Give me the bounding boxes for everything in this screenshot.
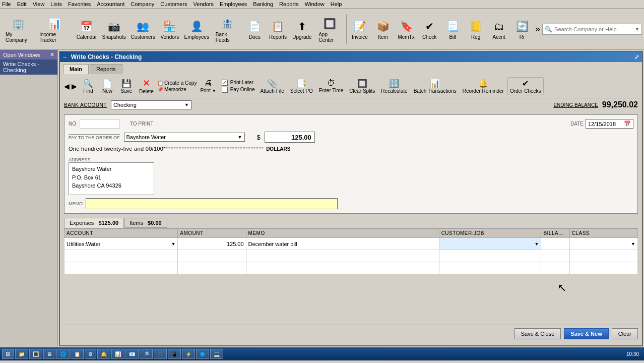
toolbar-snapshots[interactable]: 📷 Snapshots [100, 17, 128, 41]
taskbar-app11[interactable]: 🎵 [154, 349, 167, 359]
taskbar-app15[interactable]: 💻 [210, 349, 223, 359]
menu-lists[interactable]: Lists [50, 1, 62, 7]
menu-window[interactable]: Window [305, 1, 325, 7]
batch-transactions-button[interactable]: 📊 Batch Transactions [411, 77, 459, 95]
amount-cell-2[interactable] [178, 250, 246, 262]
menu-favorites[interactable]: Favorites [68, 1, 91, 7]
customer-job-cell-2[interactable] [439, 250, 541, 262]
taskbar-app12[interactable]: 📱 [168, 349, 181, 359]
amount-cell-3[interactable] [178, 262, 246, 274]
clear-splits-button[interactable]: 🔲 Clear Splits [347, 77, 377, 95]
find-button[interactable]: 🔍 Find [79, 77, 97, 95]
toolbar-bank-feeds[interactable]: 🏦 Bank Feeds [212, 14, 242, 44]
create-copy-button[interactable]: 📋 Create a Copy 📌 Memorize [157, 80, 197, 92]
sidebar-item-write-checks[interactable]: Write Checks - Checking [0, 59, 57, 75]
taskbar-app6[interactable]: ⚙ [85, 349, 96, 359]
toolbar-reports[interactable]: 📋 Reports [267, 17, 289, 41]
class-dropdown-1[interactable]: ▼ [631, 241, 635, 247]
taskbar-app7[interactable]: 🔔 [97, 349, 110, 359]
menu-view[interactable]: View [33, 1, 45, 7]
toolbar-calendar[interactable]: 📅 Calendar [74, 17, 99, 41]
attach-file-button[interactable]: 📎 Attach File [258, 77, 287, 95]
delete-button[interactable]: ✕ Delete [137, 76, 156, 96]
account-cell-1[interactable]: Utilities:Water ▼ [65, 238, 178, 250]
account-cell-2[interactable] [65, 250, 178, 262]
toolbar-mycompany[interactable]: 🏢 My Company [2, 14, 35, 44]
tab-main[interactable]: Main [63, 64, 89, 74]
menu-file[interactable]: File [2, 1, 11, 7]
taskbar-app4[interactable]: 🌐 [56, 349, 70, 359]
taskbar-start[interactable]: ⊞ [2, 349, 14, 359]
menu-help[interactable]: Help [331, 1, 342, 7]
memo-cell-1[interactable]: December water bill [246, 238, 439, 250]
taskbar-app8[interactable]: 📊 [111, 349, 124, 359]
amount-cell-1[interactable]: 125.00 [178, 238, 246, 250]
check-number-input[interactable] [80, 119, 120, 129]
toolbar-income-tracker[interactable]: 📊 Income Tracker [36, 14, 73, 44]
taskbar-app13[interactable]: ⚡ [182, 349, 195, 359]
expenses-tab[interactable]: Expenses $125.00 [64, 218, 124, 228]
prev-arrow[interactable]: ◀ [63, 81, 71, 91]
taskbar-app5[interactable]: 📋 [71, 349, 84, 359]
account-cell-3[interactable] [65, 262, 178, 274]
items-tab[interactable]: Items $0.00 [124, 218, 167, 228]
class-cell-1[interactable]: ▼ [569, 238, 637, 250]
print-later-checkbox[interactable]: ✓ [222, 80, 228, 86]
bank-account-select[interactable]: Checking ▼ [111, 100, 191, 109]
customer-job-cell-3[interactable] [439, 262, 541, 274]
billable-cell-1[interactable] [541, 238, 569, 250]
new-button[interactable]: 📄 New [98, 77, 116, 95]
bank-account-dropdown-icon[interactable]: ▼ [184, 102, 189, 107]
enter-time-button[interactable]: ⏱ Enter Time [316, 77, 346, 95]
toolbar-upgrade[interactable]: ⬆ Upgrade [290, 17, 314, 41]
menu-reports[interactable]: Reports [279, 1, 299, 7]
toolbar-memtx[interactable]: 🔖 MemTx [395, 17, 417, 41]
toolbar-customers[interactable]: 👥 Customers [129, 17, 157, 41]
customer-job-dropdown-1[interactable]: ▼ [535, 241, 539, 247]
customer-job-input-1[interactable] [441, 241, 529, 247]
window-minimize-icon[interactable]: ─ [63, 54, 67, 60]
toolbar-docs[interactable]: 📄 Docs [243, 17, 266, 41]
clear-button[interactable]: Clear [612, 328, 638, 339]
side-panel-close[interactable]: ✕ [50, 51, 54, 58]
memo-field[interactable] [86, 198, 338, 209]
taskbar-app14[interactable]: 🔷 [196, 349, 209, 359]
date-calendar-icon[interactable]: 📅 [624, 120, 631, 127]
save-new-button[interactable]: Save & New [564, 328, 608, 339]
toolbar-rr[interactable]: 🔄 Rr [511, 17, 533, 41]
more-tools-button[interactable]: » [534, 24, 541, 34]
window-resize-icon[interactable]: ⤢ [634, 54, 639, 60]
date-field[interactable]: 12/15/2018 📅 [586, 119, 633, 129]
taskbar-app10[interactable]: 🔎 [140, 349, 153, 359]
menu-company[interactable]: Company [131, 1, 154, 7]
select-po-button[interactable]: 📑 Select PO [288, 77, 315, 95]
tab-reports[interactable]: Reports [90, 64, 122, 74]
amount-field[interactable] [265, 132, 315, 143]
toolbar-invoice[interactable]: 📝 Invoice [349, 17, 371, 41]
order-checks-button[interactable]: ✔ Order Checks [507, 77, 544, 95]
customer-job-cell-1[interactable]: ▼ [439, 238, 541, 250]
payee-dropdown-icon[interactable]: ▼ [238, 135, 242, 140]
reorder-reminder-button[interactable]: 🔔 Reorder Reminder [460, 77, 506, 95]
toolbar-accnt[interactable]: 🗂 Accnt [488, 17, 510, 41]
toolbar-item[interactable]: 📦 Item [372, 17, 394, 41]
class-cell-3[interactable] [569, 262, 637, 274]
toolbar-employees[interactable]: 👤 Employees [182, 17, 211, 41]
menu-edit[interactable]: Edit [17, 1, 27, 7]
print-later-label[interactable]: Print Later [230, 80, 253, 85]
account-dropdown-1[interactable]: ▼ [171, 241, 175, 247]
toolbar-reg[interactable]: 📒 Reg [465, 17, 487, 41]
taskbar-app2[interactable]: 🔳 [29, 349, 42, 359]
recalculate-button[interactable]: 🔢 Recalculate [378, 77, 410, 95]
toolbar-vendors[interactable]: 🏪 Vendors [158, 17, 181, 41]
save-button[interactable]: 💾 Save [117, 77, 136, 95]
class-cell-2[interactable] [569, 250, 637, 262]
payee-select[interactable]: Bayshore Water ▼ [124, 133, 245, 142]
menu-banking[interactable]: Banking [253, 1, 273, 7]
address-box[interactable]: Bayshore Water P.O. Box 61 Bayshore CA 9… [69, 162, 154, 195]
memo-cell-3[interactable] [246, 262, 439, 274]
taskbar-explorer[interactable]: 📁 [15, 349, 28, 359]
memo-cell-2[interactable] [246, 250, 439, 262]
save-close-button[interactable]: Save & Close [514, 328, 561, 339]
menu-employees[interactable]: Employees [220, 1, 247, 7]
